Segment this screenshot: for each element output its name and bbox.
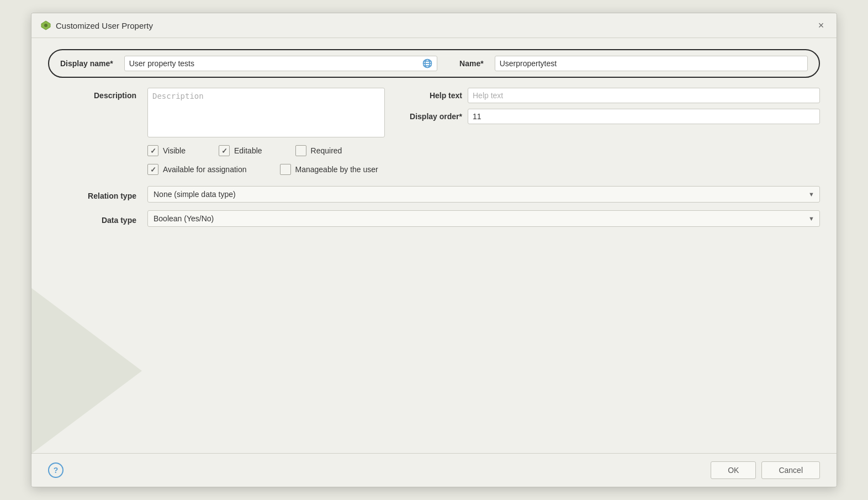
visible-checkbox[interactable]: ✓ Visible [147,145,186,156]
visible-label: Visible [163,146,186,155]
data-type-select[interactable]: Boolean (Yes/No) String Integer Date [147,210,820,227]
data-type-label: Data type [48,212,136,225]
translate-icon[interactable] [422,58,433,69]
ok-button[interactable]: OK [711,461,756,479]
manageable-user-label: Manageable by the user [295,165,378,174]
available-assignation-checkbox[interactable]: ✓ Available for assignation [147,164,247,175]
visible-check-mark: ✓ [150,147,156,155]
right-fields: Help text Display order* [396,88,820,124]
required-checkbox-box [295,145,306,156]
footer-buttons: OK Cancel [711,461,820,479]
visible-checkbox-box: ✓ [147,145,158,156]
editable-label: Editable [234,146,262,155]
available-assignation-checkbox-box: ✓ [147,164,158,175]
relation-type-row: Relation type None (simple data type) On… [48,186,820,203]
relation-type-label: Relation type [48,188,136,200]
display-order-row: Display order* [396,109,820,124]
dialog: Customized User Property × Display name*… [31,13,837,487]
manageable-user-checkbox-box [280,164,291,175]
help-button[interactable]: ? [48,462,63,478]
description-label: Description [48,88,136,100]
footer: ? OK Cancel [31,453,837,487]
close-button[interactable]: × [814,19,828,32]
cancel-button[interactable]: Cancel [761,461,820,479]
display-name-field-wrapper [124,56,437,71]
available-assignation-check-mark: ✓ [150,166,156,174]
display-name-input[interactable] [124,56,437,71]
checkboxes-row-1: ✓ Visible ✓ Editable Required [48,145,820,156]
title-bar: Customized User Property × [31,13,837,38]
display-order-input[interactable] [468,109,820,124]
name-input[interactable] [495,56,808,71]
description-row: Description Help text Display order* [48,88,820,137]
available-assignation-label: Available for assignation [163,165,247,174]
dialog-title: Customized User Property [56,21,814,30]
help-text-label: Help text [396,91,462,100]
display-name-row: Display name* Name* [48,49,820,78]
help-text-row: Help text [396,88,820,103]
checkboxes-row-2: ✓ Available for assignation Manageable b… [48,164,820,175]
required-label: Required [311,146,342,155]
relation-type-select[interactable]: None (simple data type) One-to-one One-t… [147,186,820,203]
editable-checkbox-box: ✓ [219,145,230,156]
svg-point-2 [44,24,47,27]
help-text-input[interactable] [468,88,820,103]
name-label: Name* [459,59,484,68]
data-type-row: Data type Boolean (Yes/No) String Intege… [48,210,820,227]
required-checkbox[interactable]: Required [295,145,342,156]
data-type-select-wrapper: Boolean (Yes/No) String Integer Date [147,210,820,227]
name-field-wrapper [495,56,808,71]
editable-checkbox[interactable]: ✓ Editable [219,145,262,156]
app-icon [40,20,51,31]
description-input[interactable] [147,88,385,137]
display-order-label: Display order* [396,112,462,121]
manageable-user-checkbox[interactable]: Manageable by the user [280,164,378,175]
editable-check-mark: ✓ [221,147,227,155]
relation-type-select-wrapper: None (simple data type) One-to-one One-t… [147,186,820,203]
display-name-label: Display name* [60,59,113,68]
dialog-body: Display name* Name* Description [31,38,837,453]
